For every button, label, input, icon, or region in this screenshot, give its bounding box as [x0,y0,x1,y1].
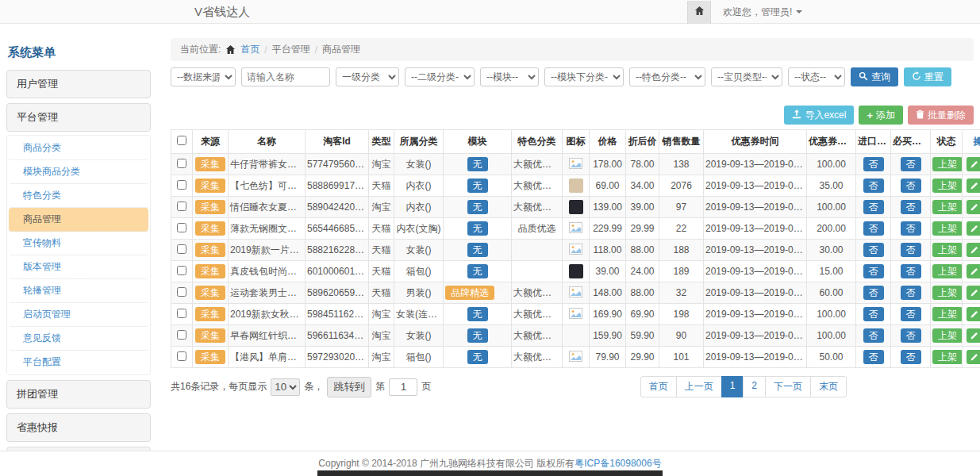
feature-category: 大额优惠券 [512,347,563,368]
user-menu[interactable]: 欢迎您，管理员! [723,6,802,19]
row-checkbox[interactable] [177,330,186,340]
sidebar-item-groupon[interactable]: 拼团管理 [6,380,151,409]
must-buy-toggle[interactable]: 否 [901,200,921,214]
sidebar-item-promo-material[interactable]: 宣传物料 [9,232,148,255]
import-optional-toggle[interactable]: 否 [863,221,884,236]
must-buy-toggle[interactable]: 否 [901,307,921,321]
breadcrumb-home-link[interactable]: 首页 [240,43,259,56]
row-checkbox[interactable] [177,309,186,318]
name-search-input[interactable] [241,67,330,86]
sidebar-submenu-platform: 商品分类模块商品分类特色分类商品管理宣传物料版本管理轮播管理启动页管理意见反馈平… [6,135,151,375]
page-button-next[interactable]: 下一页 [765,376,811,397]
filter-select-module[interactable]: --模块-- [480,67,539,86]
edit-button[interactable] [967,221,980,236]
import-optional-toggle[interactable]: 否 [863,328,884,343]
sidebar-item-feature-category[interactable]: 特色分类 [9,184,148,208]
select-all-checkbox[interactable] [177,136,186,145]
row-checkbox[interactable] [177,287,186,297]
must-buy-toggle[interactable]: 否 [901,178,921,193]
sidebar-item-user[interactable]: 用户管理 [6,70,151,98]
sidebar-item-platform[interactable]: 平台管理 [6,103,151,132]
status-toggle[interactable]: 上架 [932,178,963,193]
page-button-first[interactable]: 首页 [640,376,677,397]
table-row: 采集薄款无钢圈文胸聚拢性...565446685867天猫内衣(文胸)无品质优选… [171,218,980,240]
import-optional-toggle[interactable]: 否 [863,178,884,193]
column-header-6: 特色分类 [512,130,563,154]
sidebar-item-feedback[interactable]: 意见反馈 [9,327,148,351]
import-optional-toggle[interactable]: 否 [863,286,884,300]
goods-category: 女装() [394,325,444,347]
status-toggle[interactable]: 上架 [932,243,963,257]
edit-button[interactable] [967,328,980,343]
row-checkbox[interactable] [177,223,186,232]
must-buy-toggle[interactable]: 否 [901,157,921,171]
edit-button[interactable] [967,264,980,278]
sidebar-item-module-goods-category[interactable]: 模块商品分类 [9,160,148,184]
page-button-page-1[interactable]: 1 [721,376,744,397]
filter-select-level1[interactable]: 一级分类 [336,67,399,86]
goods-table: 来源名称淘客Id类型所属分类模块特色分类图标价格折后价销售数量优惠券时间优惠券金… [171,129,980,368]
edit-button[interactable] [967,243,980,257]
row-checkbox[interactable] [177,351,186,361]
edit-button[interactable] [967,350,980,364]
row-checkbox[interactable] [177,159,186,168]
status-toggle[interactable]: 上架 [932,328,963,343]
status-toggle[interactable]: 上架 [932,307,963,321]
must-buy-toggle[interactable]: 否 [901,243,921,257]
edit-button[interactable] [967,157,980,171]
status-toggle[interactable]: 上架 [932,350,963,364]
import-optional-toggle[interactable]: 否 [863,350,884,364]
page-button-prev[interactable]: 上一页 [676,376,722,397]
sidebar-item-carousel[interactable]: 轮播管理 [9,279,148,303]
must-buy-toggle[interactable]: 否 [901,221,921,236]
sidebar-item-version[interactable]: 版本管理 [9,255,148,279]
row-checkbox[interactable] [177,244,186,254]
row-checkbox[interactable] [177,202,186,211]
add-button[interactable]: 添加 [859,106,903,125]
row-checkbox[interactable] [177,180,186,190]
feature-category: 大额优惠券 [512,175,563,197]
edit-button[interactable] [967,178,980,193]
filter-select-module-sub[interactable]: --模块下分类-- [544,67,624,86]
row-checkbox[interactable] [177,266,186,275]
import-optional-toggle[interactable]: 否 [863,307,884,321]
filter-select-feature[interactable]: --特色分类-- [629,67,705,86]
filter-select-level2[interactable]: --二级分类-- [405,67,475,86]
reset-button[interactable]: 重置 [904,67,951,86]
query-button[interactable]: 查询 [851,67,898,86]
page-size-select[interactable]: 10 [271,378,300,396]
home-button[interactable] [687,1,711,24]
batch-delete-button[interactable]: 批量删除 [908,106,974,125]
page-number-input[interactable] [389,378,417,396]
header-right: 欢迎您，管理员! [687,0,802,24]
filter-select-item-type[interactable]: --宝贝类型-- [711,67,782,86]
filter-select-status[interactable]: --状态-- [788,67,845,86]
status-toggle[interactable]: 上架 [932,264,963,278]
status-toggle[interactable]: 上架 [932,200,963,214]
must-buy-toggle[interactable]: 否 [901,350,921,364]
status-toggle[interactable]: 上架 [932,157,963,171]
import-optional-toggle[interactable]: 否 [863,243,884,257]
edit-button[interactable] [967,200,980,214]
page-button-page-2[interactable]: 2 [743,376,766,397]
sidebar-item-express[interactable]: 省惠快报 [6,413,151,442]
edit-button[interactable] [967,286,980,300]
page-button-last[interactable]: 末页 [810,376,847,397]
must-buy-toggle[interactable]: 否 [901,328,921,343]
status-toggle[interactable]: 上架 [932,221,963,236]
sidebar-item-goods-management[interactable]: 商品管理 [9,208,148,232]
status-toggle[interactable]: 上架 [932,286,963,300]
must-buy-toggle[interactable]: 否 [901,264,921,278]
import-optional-toggle[interactable]: 否 [863,264,884,278]
sidebar-item-splash[interactable]: 启动页管理 [9,303,148,327]
jump-button[interactable]: 跳转到 [327,377,371,397]
icp-link[interactable]: 粤ICP备16098006号 [575,457,661,470]
sidebar-item-platform-config[interactable]: 平台配置 [9,351,148,374]
sidebar-item-goods-category[interactable]: 商品分类 [9,136,148,160]
must-buy-toggle[interactable]: 否 [901,286,921,300]
filter-select-data-source[interactable]: --数据来源-- [171,67,236,86]
import-optional-toggle[interactable]: 否 [863,200,884,214]
import-optional-toggle[interactable]: 否 [863,157,884,171]
import-excel-button[interactable]: 导入excel [784,106,854,125]
edit-button[interactable] [967,307,980,321]
